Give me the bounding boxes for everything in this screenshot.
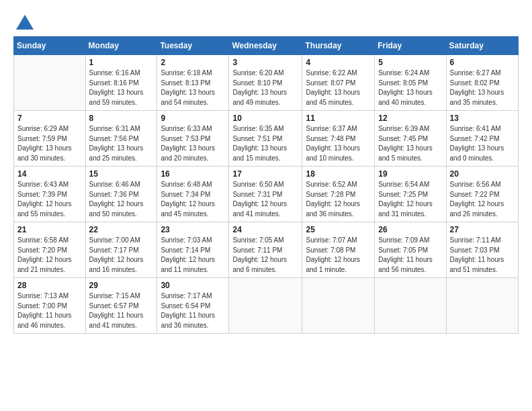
logo-text <box>13 12 36 30</box>
calendar-cell: 25Sunrise: 7:07 AMSunset: 7:08 PMDayligh… <box>302 222 375 278</box>
day-number: 28 <box>17 281 82 290</box>
sunrise: Sunrise: 6:33 AM <box>161 125 212 132</box>
daylight: Daylight: 13 hours and 49 minutes. <box>232 89 287 106</box>
day-info: Sunrise: 6:39 AMSunset: 7:45 PMDaylight:… <box>378 124 442 163</box>
sunset: Sunset: 7:14 PM <box>161 246 210 254</box>
day-number: 7 <box>17 113 82 123</box>
daylight: Daylight: 13 hours and 15 minutes. <box>232 144 287 162</box>
day-info: Sunrise: 7:15 AMSunset: 6:57 PMDaylight:… <box>89 291 154 330</box>
day-info: Sunrise: 6:46 AMSunset: 7:36 PMDaylight:… <box>89 180 154 219</box>
sunset: Sunset: 7:51 PM <box>232 135 282 142</box>
daylight: Daylight: 12 hours and 11 minutes. <box>161 256 215 273</box>
day-info: Sunrise: 7:11 AMSunset: 7:03 PMDaylight:… <box>450 236 515 275</box>
calendar-cell: 29Sunrise: 7:15 AMSunset: 6:57 PMDayligh… <box>85 278 157 334</box>
sunrise: Sunrise: 6:39 AM <box>378 125 429 132</box>
day-info: Sunrise: 7:00 AMSunset: 7:17 PMDaylight:… <box>89 236 154 275</box>
calendar-cell: 23Sunrise: 7:03 AMSunset: 7:14 PMDayligh… <box>157 222 229 278</box>
sunset: Sunset: 7:34 PM <box>161 191 210 198</box>
day-info: Sunrise: 6:20 AMSunset: 8:10 PMDaylight:… <box>232 68 298 107</box>
day-number: 9 <box>161 113 225 123</box>
day-info: Sunrise: 7:13 AMSunset: 7:00 PMDaylight:… <box>17 291 82 330</box>
calendar-week-5: 28Sunrise: 7:13 AMSunset: 7:00 PMDayligh… <box>14 278 519 334</box>
sunset: Sunset: 7:20 PM <box>17 246 67 254</box>
day-info: Sunrise: 6:33 AMSunset: 7:53 PMDaylight:… <box>161 124 225 163</box>
calendar-cell: 5Sunrise: 6:24 AMSunset: 8:05 PMDaylight… <box>375 55 446 111</box>
day-number: 21 <box>17 225 82 234</box>
day-number: 4 <box>306 58 371 67</box>
sunrise: Sunrise: 6:46 AM <box>89 181 140 188</box>
sunrise: Sunrise: 6:24 AM <box>378 69 429 77</box>
day-number: 11 <box>306 113 371 123</box>
day-number: 14 <box>17 169 82 179</box>
day-number: 8 <box>89 113 154 123</box>
sunset: Sunset: 8:07 PM <box>306 79 355 87</box>
weekday-header-sunday: Sunday <box>14 37 86 55</box>
sunset: Sunset: 8:10 PM <box>232 79 282 87</box>
day-number: 13 <box>450 113 515 123</box>
sunrise: Sunrise: 7:00 AM <box>89 236 140 244</box>
calendar-cell <box>14 55 86 111</box>
day-number: 22 <box>89 225 154 234</box>
day-number: 16 <box>161 169 225 179</box>
daylight: Daylight: 12 hours and 26 minutes. <box>450 200 504 218</box>
daylight: Daylight: 12 hours and 55 minutes. <box>17 200 72 218</box>
calendar-cell: 3Sunrise: 6:20 AMSunset: 8:10 PMDaylight… <box>229 55 302 111</box>
day-info: Sunrise: 6:22 AMSunset: 8:07 PMDaylight:… <box>306 68 371 107</box>
sunset: Sunset: 7:05 PM <box>378 246 428 254</box>
sunset: Sunset: 8:02 PM <box>450 79 500 87</box>
weekday-header-friday: Friday <box>375 37 446 55</box>
calendar-cell: 19Sunrise: 6:54 AMSunset: 7:25 PMDayligh… <box>375 167 446 222</box>
day-number: 19 <box>378 169 442 179</box>
day-number: 6 <box>450 58 515 67</box>
calendar-cell: 16Sunrise: 6:48 AMSunset: 7:34 PMDayligh… <box>157 167 229 222</box>
daylight: Daylight: 13 hours and 20 minutes. <box>161 144 215 162</box>
sunset: Sunset: 6:57 PM <box>89 302 139 310</box>
day-number: 12 <box>378 113 442 123</box>
calendar-cell: 9Sunrise: 6:33 AMSunset: 7:53 PMDaylight… <box>157 111 229 167</box>
day-info: Sunrise: 6:52 AMSunset: 7:28 PMDaylight:… <box>306 180 371 219</box>
day-number: 20 <box>450 169 515 179</box>
day-number: 27 <box>450 225 515 234</box>
sunrise: Sunrise: 7:07 AM <box>306 236 357 244</box>
daylight: Daylight: 13 hours and 40 minutes. <box>378 89 433 106</box>
daylight: Daylight: 12 hours and 21 minutes. <box>17 256 72 273</box>
day-info: Sunrise: 7:03 AMSunset: 7:14 PMDaylight:… <box>161 236 225 275</box>
calendar-cell: 1Sunrise: 6:16 AMSunset: 8:16 PMDaylight… <box>85 55 157 111</box>
daylight: Daylight: 13 hours and 30 minutes. <box>17 144 72 162</box>
sunrise: Sunrise: 6:35 AM <box>232 125 283 132</box>
day-number: 2 <box>161 58 225 67</box>
day-number: 3 <box>232 58 298 67</box>
day-number: 15 <box>89 169 154 179</box>
sunrise: Sunrise: 6:41 AM <box>450 125 501 132</box>
calendar-week-1: 1Sunrise: 6:16 AMSunset: 8:16 PMDaylight… <box>14 55 519 111</box>
sunrise: Sunrise: 6:22 AM <box>306 69 357 77</box>
day-info: Sunrise: 6:56 AMSunset: 7:22 PMDaylight:… <box>450 180 515 219</box>
weekday-header-row: SundayMondayTuesdayWednesdayThursdayFrid… <box>14 37 519 55</box>
day-info: Sunrise: 6:50 AMSunset: 7:31 PMDaylight:… <box>232 180 298 219</box>
daylight: Daylight: 11 hours and 46 minutes. <box>17 312 72 329</box>
sunset: Sunset: 7:56 PM <box>89 135 139 142</box>
calendar-cell: 14Sunrise: 6:43 AMSunset: 7:39 PMDayligh… <box>14 167 86 222</box>
day-info: Sunrise: 6:16 AMSunset: 8:16 PMDaylight:… <box>89 68 154 107</box>
sunset: Sunset: 8:16 PM <box>89 79 139 87</box>
logo <box>13 12 36 30</box>
weekday-header-monday: Monday <box>85 37 157 55</box>
calendar-cell: 7Sunrise: 6:29 AMSunset: 7:59 PMDaylight… <box>14 111 86 167</box>
sunrise: Sunrise: 6:43 AM <box>17 181 69 188</box>
sunrise: Sunrise: 7:13 AM <box>17 292 69 300</box>
sunrise: Sunrise: 6:31 AM <box>89 125 140 132</box>
day-number: 26 <box>378 225 442 234</box>
sunrise: Sunrise: 6:18 AM <box>161 69 212 77</box>
logo-icon <box>15 12 35 32</box>
svg-marker-0 <box>16 15 34 30</box>
sunrise: Sunrise: 7:17 AM <box>161 292 212 300</box>
page: SundayMondayTuesdayWednesdayThursdayFrid… <box>0 0 532 411</box>
day-info: Sunrise: 6:18 AMSunset: 8:13 PMDaylight:… <box>161 68 225 107</box>
sunrise: Sunrise: 6:58 AM <box>17 236 69 244</box>
daylight: Daylight: 12 hours and 6 minutes. <box>232 256 287 273</box>
sunset: Sunset: 7:17 PM <box>89 246 139 254</box>
day-number: 17 <box>232 169 298 179</box>
sunset: Sunset: 7:48 PM <box>306 135 355 142</box>
calendar-cell: 12Sunrise: 6:39 AMSunset: 7:45 PMDayligh… <box>375 111 446 167</box>
day-number: 10 <box>232 113 298 123</box>
